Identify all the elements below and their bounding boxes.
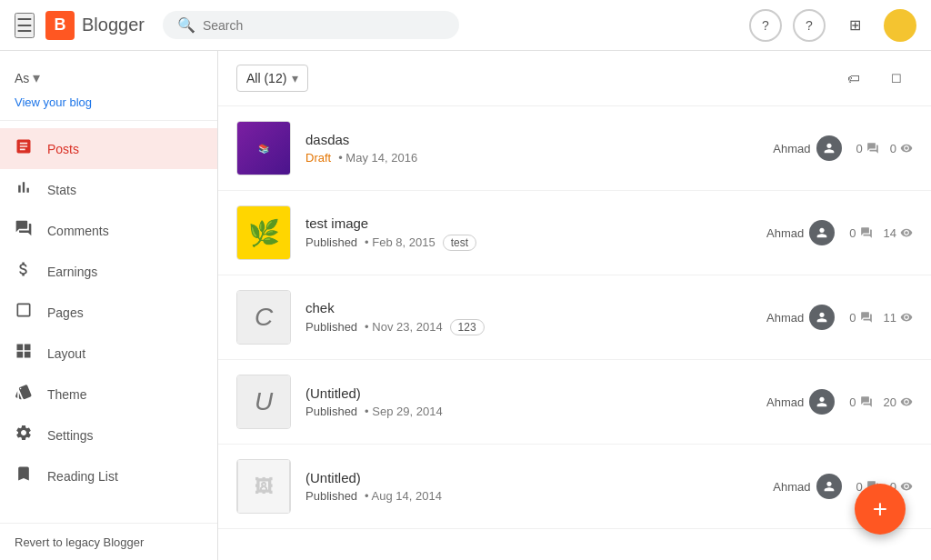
pages-icon bbox=[15, 301, 33, 324]
sidebar-item-label-layout: Layout bbox=[47, 346, 85, 361]
post-stats: 0 20 bbox=[849, 395, 913, 409]
post-thumbnail: 📚 bbox=[236, 121, 291, 175]
author-name: Ahmad bbox=[773, 480, 810, 494]
post-date: • May 14, 2016 bbox=[338, 151, 417, 165]
post-right: Ahmad 0 14 bbox=[766, 220, 913, 245]
sidebar-nav: Posts Stats Comments Earnings Pages Layo… bbox=[0, 121, 217, 504]
sidebar-item-comments[interactable]: Comments bbox=[0, 210, 217, 251]
help-button-2[interactable]: ? bbox=[793, 9, 826, 42]
sidebar-item-layout[interactable]: Layout bbox=[0, 333, 217, 374]
posts-icon bbox=[15, 137, 33, 160]
author-name: Ahmad bbox=[773, 142, 810, 155]
reading-list-icon bbox=[15, 465, 33, 487]
sidebar-item-label-comments: Comments bbox=[47, 224, 109, 238]
layout-icon bbox=[15, 342, 33, 365]
logo-icon: B bbox=[45, 11, 75, 40]
search-input[interactable] bbox=[203, 18, 445, 33]
help-button[interactable]: ? bbox=[749, 9, 782, 42]
search-bar[interactable]: 🔍 bbox=[163, 11, 460, 39]
earnings-icon bbox=[15, 260, 33, 283]
menu-button[interactable]: ☰ bbox=[15, 13, 35, 38]
view-count: 11 bbox=[884, 311, 896, 325]
post-stats: 0 11 bbox=[849, 311, 913, 325]
view-blog-link[interactable]: View your blog bbox=[15, 95, 203, 109]
post-title: dasdas bbox=[305, 132, 758, 147]
post-author: Ahmad bbox=[766, 305, 835, 330]
new-post-button[interactable]: + bbox=[855, 484, 906, 535]
post-item[interactable]: U (Untitled) Published • Sep 29, 2014 Ah… bbox=[218, 360, 931, 445]
filter-label: All (12) bbox=[246, 71, 286, 85]
label-button[interactable]: 🏷 bbox=[836, 62, 869, 95]
post-status: Draft bbox=[305, 151, 331, 165]
post-views-stat: 11 bbox=[884, 311, 913, 325]
comments-icon bbox=[15, 219, 33, 242]
post-item[interactable]: 📚 dasdas Draft • May 14, 2016 Ahmad bbox=[218, 106, 931, 191]
post-item[interactable]: 🌿 test image Published • Feb 8, 2015 tes… bbox=[218, 191, 931, 275]
post-info: chek Published • Nov 23, 2014 123 bbox=[305, 300, 752, 335]
sidebar-item-reading-list[interactable]: Reading List bbox=[0, 455, 217, 496]
post-comments-stat: 0 bbox=[856, 142, 879, 155]
revert-link[interactable]: Revert to legacy Blogger bbox=[15, 535, 144, 549]
post-stats: 0 0 bbox=[856, 142, 913, 155]
post-comments-stat: 0 bbox=[849, 311, 872, 325]
post-views-stat: 14 bbox=[884, 226, 913, 240]
sidebar-item-theme[interactable]: Theme bbox=[0, 374, 217, 415]
blog-selector[interactable]: As ▾ bbox=[15, 65, 203, 90]
sidebar-item-settings[interactable]: Settings bbox=[0, 415, 217, 455]
author-name: Ahmad bbox=[766, 226, 804, 240]
sidebar-item-pages[interactable]: Pages bbox=[0, 292, 217, 333]
post-meta: Published • Nov 23, 2014 123 bbox=[305, 319, 752, 335]
sidebar-item-label-settings: Settings bbox=[47, 428, 94, 443]
post-item[interactable]: C chek Published • Nov 23, 2014 123 Ahma… bbox=[218, 275, 931, 360]
post-thumbnail: U bbox=[236, 375, 291, 429]
post-author: Ahmad bbox=[773, 135, 841, 161]
post-date: • Aug 14, 2014 bbox=[365, 489, 442, 503]
sidebar-item-label-reading-list: Reading List bbox=[47, 469, 118, 484]
stats-icon bbox=[15, 178, 33, 201]
posts-toolbar: All (12) ▾ 🏷 ☐ bbox=[218, 51, 931, 106]
post-info: test image Published • Feb 8, 2015 test bbox=[305, 215, 752, 251]
sidebar-item-earnings[interactable]: Earnings bbox=[0, 251, 217, 292]
post-date: • Nov 23, 2014 bbox=[365, 320, 443, 334]
post-meta: Published • Sep 29, 2014 bbox=[305, 405, 752, 418]
sidebar: As ▾ View your blog Posts Stats Comments… bbox=[0, 51, 218, 560]
checkbox-button[interactable]: ☐ bbox=[880, 62, 913, 95]
sidebar-item-label-posts: Posts bbox=[47, 142, 79, 156]
avatar[interactable] bbox=[884, 9, 916, 42]
author-avatar bbox=[809, 389, 835, 415]
sidebar-item-label-theme: Theme bbox=[47, 387, 87, 402]
post-right: Ahmad 0 0 bbox=[773, 135, 913, 161]
post-date: • Feb 8, 2015 bbox=[365, 235, 435, 249]
post-item[interactable]: 🖼 (Untitled) Published • Aug 14, 2014 Ah… bbox=[218, 445, 931, 529]
comment-count: 0 bbox=[849, 226, 856, 240]
comment-count: 0 bbox=[849, 395, 856, 409]
sidebar-bottom: Revert to legacy Blogger bbox=[0, 523, 217, 560]
post-title: chek bbox=[305, 300, 752, 315]
logo[interactable]: B Blogger bbox=[45, 11, 145, 40]
sidebar-item-stats[interactable]: Stats bbox=[0, 169, 217, 210]
sidebar-item-label-stats: Stats bbox=[47, 183, 76, 197]
post-info: dasdas Draft • May 14, 2016 bbox=[305, 132, 758, 165]
post-title: test image bbox=[305, 215, 752, 231]
apps-button[interactable]: ⊞ bbox=[836, 7, 873, 44]
post-status: Published bbox=[305, 405, 357, 418]
post-status: Published bbox=[305, 489, 357, 503]
post-meta: Published • Feb 8, 2015 test bbox=[305, 235, 752, 251]
post-tag: test bbox=[443, 235, 476, 251]
author-avatar bbox=[816, 474, 842, 499]
author-avatar bbox=[809, 220, 835, 245]
filter-dropdown[interactable]: All (12) ▾ bbox=[236, 65, 308, 92]
post-comments-stat: 0 bbox=[849, 395, 872, 409]
logo-text: Blogger bbox=[82, 15, 145, 35]
header: ☰ B Blogger 🔍 ? ? ⊞ bbox=[0, 0, 931, 51]
view-count: 14 bbox=[884, 226, 896, 240]
sidebar-item-posts[interactable]: Posts bbox=[0, 128, 217, 169]
sidebar-item-label-earnings: Earnings bbox=[47, 265, 97, 279]
post-status: Published bbox=[305, 320, 357, 334]
post-stats: 0 14 bbox=[849, 226, 913, 240]
post-thumbnail: 🌿 bbox=[236, 205, 291, 260]
post-title: (Untitled) bbox=[305, 385, 752, 401]
post-views-stat: 20 bbox=[884, 395, 913, 409]
settings-icon bbox=[15, 424, 33, 446]
post-info: (Untitled) Published • Aug 14, 2014 bbox=[305, 470, 758, 503]
